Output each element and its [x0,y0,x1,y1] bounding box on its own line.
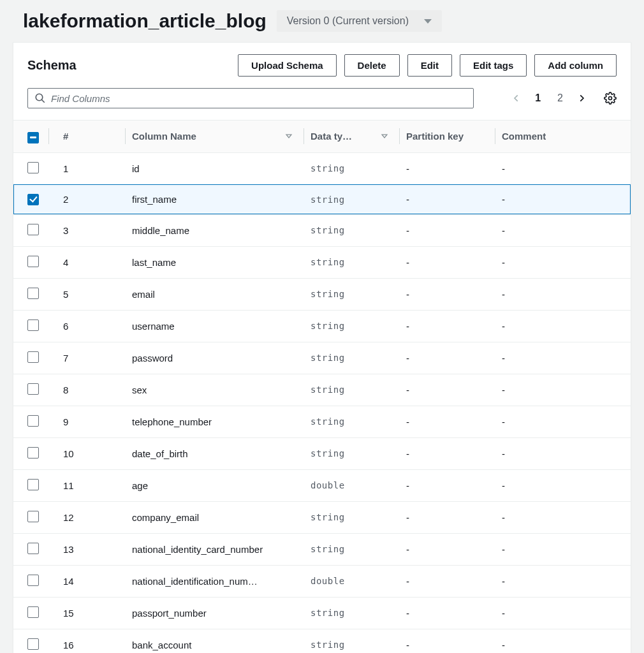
header-column-name[interactable]: Column Name [132,131,196,142]
row-checkbox[interactable] [27,162,39,173]
row-checkbox[interactable] [27,415,39,427]
table-row[interactable]: 6usernamestring-- [13,310,631,342]
row-column-name: bank_account [126,629,304,653]
add-column-button[interactable]: Add column [534,54,617,77]
table-row[interactable]: 16bank_accountstring-- [13,629,631,653]
row-comment: - [495,406,631,437]
row-partition-key: - [400,501,495,533]
header-number[interactable]: # [63,131,68,142]
row-checkbox[interactable] [27,351,39,363]
row-comment: - [495,310,631,342]
prev-page-button[interactable] [512,91,521,105]
row-column-name: date_of_birth [126,437,304,469]
row-column-name: sex [126,374,304,406]
row-partition-key: - [400,629,495,653]
page-2[interactable]: 2 [555,91,566,105]
table-row[interactable]: 12company_emailstring-- [13,501,631,533]
row-checkbox[interactable] [27,319,39,331]
row-number: 5 [49,278,126,310]
row-checkbox[interactable] [27,575,39,586]
row-column-name: email [126,278,304,310]
table-row[interactable]: 13national_identity_card_numberstring-- [13,533,631,565]
row-number: 16 [49,629,126,653]
next-page-button[interactable] [577,91,586,105]
row-number: 10 [49,437,126,469]
row-column-name: national_identification_num… [126,565,304,597]
table-row[interactable]: 2first_namestring-- [13,184,631,214]
row-checkbox[interactable] [27,543,39,554]
upload-schema-button[interactable]: Upload Schema [238,54,337,77]
row-data-type: string [304,437,400,469]
table-row[interactable]: 3middle_namestring-- [13,214,631,246]
table-row[interactable]: 14national_identification_num…double-- [13,565,631,597]
edit-button[interactable]: Edit [407,54,452,77]
svg-point-2 [609,97,612,100]
select-all-checkbox[interactable] [27,132,39,143]
row-number: 4 [49,246,126,278]
panel-title: Schema [27,58,77,73]
row-partition-key: - [400,565,495,597]
table-row[interactable]: 9telephone_numberstring-- [13,406,631,437]
row-partition-key: - [400,597,495,629]
row-comment: - [495,437,631,469]
row-data-type: string [304,246,400,278]
search-field[interactable] [27,88,474,108]
row-column-name: middle_name [126,214,304,246]
table-row[interactable]: 15passport_numberstring-- [13,597,631,629]
row-partition-key: - [400,214,495,246]
row-data-type: string [304,214,400,246]
row-comment: - [495,246,631,278]
table-row[interactable]: 1idstring-- [13,152,631,184]
row-partition-key: - [400,406,495,437]
row-checkbox[interactable] [27,447,39,459]
table-row[interactable]: 8sexstring-- [13,374,631,406]
edit-tags-button[interactable]: Edit tags [460,54,527,77]
row-column-name: id [126,152,304,184]
chevron-left-icon [512,91,521,105]
row-checkbox[interactable] [27,288,39,299]
page-1[interactable]: 1 [532,91,543,105]
row-checkbox[interactable] [27,194,39,205]
settings-button[interactable] [604,92,617,105]
row-checkbox[interactable] [27,256,39,267]
row-partition-key: - [400,374,495,406]
row-data-type: string [304,342,400,374]
sort-icon[interactable] [381,131,388,142]
sort-icon[interactable] [285,131,293,142]
row-number: 11 [49,469,126,501]
gear-icon [604,92,617,105]
header-comment[interactable]: Comment [502,131,546,142]
table-row[interactable]: 7passwordstring-- [13,342,631,374]
row-number: 7 [49,342,126,374]
row-checkbox[interactable] [27,383,39,395]
table-row[interactable]: 4last_namestring-- [13,246,631,278]
version-select[interactable]: Version 0 (Current version) [277,10,442,32]
row-checkbox[interactable] [27,479,39,490]
row-number: 12 [49,501,126,533]
table-row[interactable]: 5emailstring-- [13,278,631,310]
row-number: 8 [49,374,126,406]
header-data-type[interactable]: Data ty… [311,131,352,142]
header-partition-key[interactable]: Partition key [406,131,464,142]
row-checkbox[interactable] [27,638,39,650]
row-checkbox[interactable] [27,606,39,618]
search-input[interactable] [51,93,467,104]
row-column-name: age [126,469,304,501]
row-partition-key: - [400,533,495,565]
row-data-type: string [304,310,400,342]
table-row[interactable]: 10date_of_birthstring-- [13,437,631,469]
row-number: 13 [49,533,126,565]
svg-line-1 [41,99,45,103]
row-column-name: last_name [126,246,304,278]
row-partition-key: - [400,469,495,501]
row-column-name: telephone_number [126,406,304,437]
row-comment: - [495,597,631,629]
delete-button[interactable]: Delete [344,54,400,77]
row-comment: - [495,374,631,406]
row-checkbox[interactable] [27,511,39,522]
row-checkbox[interactable] [27,224,39,235]
row-comment: - [495,629,631,653]
table-row[interactable]: 11agedouble-- [13,469,631,501]
row-data-type: string [304,374,400,406]
svg-marker-4 [382,135,387,138]
